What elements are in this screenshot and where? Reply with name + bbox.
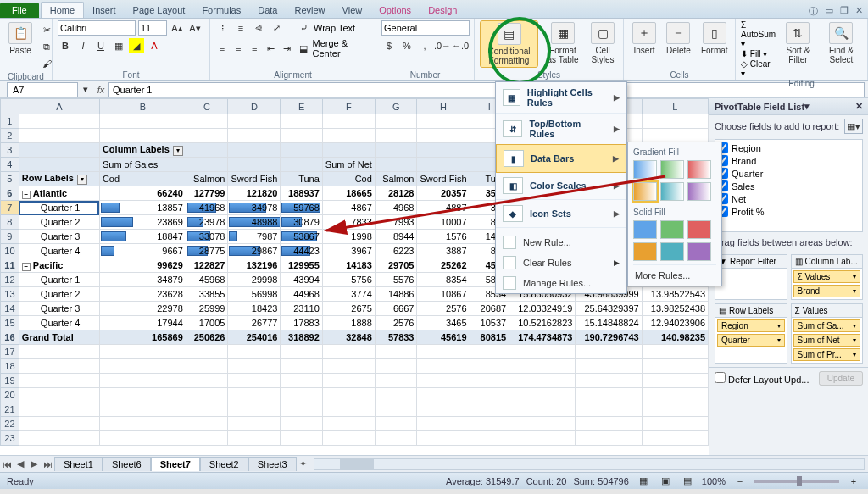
cell[interactable] <box>375 417 417 431</box>
cell[interactable]: Quarter 2 <box>19 287 99 302</box>
format-cells-button[interactable]: ▯Format <box>698 20 732 57</box>
cell[interactable] <box>19 374 99 388</box>
fill-button[interactable]: ⬇ Fill ▾ <box>741 49 776 58</box>
cell[interactable]: 7833 <box>322 215 375 230</box>
cell[interactable] <box>281 417 322 431</box>
cell[interactable] <box>228 129 281 143</box>
row-header[interactable]: 6 <box>1 186 19 201</box>
sort-filter-button[interactable]: ⇅Sort & Filter <box>779 20 817 66</box>
cell[interactable] <box>417 417 470 431</box>
paste-button[interactable]: 📋 Paste <box>5 20 36 57</box>
row-header[interactable]: 4 <box>1 158 19 172</box>
cell[interactable]: Row Labels▾ <box>19 172 99 186</box>
cell[interactable]: 32848 <box>322 330 375 345</box>
cell[interactable] <box>186 388 228 402</box>
cell[interactable]: 23628 <box>99 287 186 302</box>
cell[interactable] <box>99 374 186 388</box>
cell[interactable]: 122827 <box>186 258 228 273</box>
align-bottom-icon[interactable]: ⫷ <box>251 20 266 36</box>
cell[interactable]: 44968 <box>281 287 322 302</box>
cell[interactable] <box>99 431 186 446</box>
cell[interactable] <box>375 129 417 143</box>
cell[interactable] <box>19 158 99 172</box>
close-icon[interactable]: ✕ <box>855 5 863 18</box>
cell[interactable]: 34978 <box>228 201 281 215</box>
tab-options[interactable]: Options <box>370 3 420 18</box>
cell[interactable] <box>19 431 99 446</box>
cell[interactable]: 7993 <box>375 215 417 230</box>
cell[interactable] <box>417 402 470 417</box>
cell[interactable] <box>322 143 375 158</box>
cell[interactable] <box>470 402 509 417</box>
italic-icon[interactable]: I <box>75 38 91 53</box>
cell[interactable] <box>322 431 375 446</box>
row-header[interactable]: 10 <box>1 244 19 258</box>
defer-layout-checkbox[interactable]: Defer Layout Upd... <box>715 372 809 385</box>
cell[interactable] <box>642 388 708 402</box>
dropdown-icon[interactable]: ▾ <box>173 146 183 156</box>
cell[interactable] <box>375 374 417 388</box>
cell[interactable] <box>642 374 708 388</box>
restore-icon[interactable]: ❐ <box>840 5 849 18</box>
cf-highlight-cells-rules[interactable]: ▦Highlight Cells Rules▶ <box>496 82 626 114</box>
view-break-icon[interactable]: ▤ <box>680 474 695 489</box>
cell[interactable]: 1998 <box>322 230 375 244</box>
cell[interactable]: Sum of Net <box>322 158 375 172</box>
cell[interactable] <box>186 114 228 129</box>
cell[interactable] <box>509 402 576 417</box>
cell[interactable]: 12.94023906 <box>642 316 708 330</box>
cell[interactable]: 7987 <box>228 230 281 244</box>
db-swatch-blue-solid[interactable] <box>633 220 657 239</box>
column-header[interactable]: E <box>281 99 322 114</box>
update-button[interactable]: Update <box>819 371 863 386</box>
cell[interactable] <box>228 359 281 374</box>
cell[interactable]: Quarter 1 <box>19 273 99 287</box>
underline-icon[interactable]: U <box>93 38 108 53</box>
cell[interactable]: 1576 <box>417 230 470 244</box>
cell-styles-button[interactable]: ▢ Cell Styles <box>587 20 618 66</box>
cell[interactable] <box>228 143 281 158</box>
row-header[interactable]: 17 <box>1 345 19 359</box>
file-tab[interactable]: File <box>0 3 39 18</box>
cell[interactable]: 3887 <box>417 244 470 258</box>
row-header[interactable]: 20 <box>1 388 19 402</box>
cell[interactable]: 25262 <box>417 258 470 273</box>
cell[interactable]: 56998 <box>228 287 281 302</box>
row-header[interactable]: 2 <box>1 129 19 143</box>
cell[interactable] <box>281 129 322 143</box>
cell[interactable]: 44423 <box>281 244 322 258</box>
cell[interactable]: Quarter 2 <box>19 215 99 230</box>
sheet-nav-prev-icon[interactable]: ◀ <box>14 458 27 469</box>
cell[interactable]: 29998 <box>228 273 281 287</box>
cell[interactable] <box>576 402 642 417</box>
field-checkbox[interactable]: Net <box>717 192 860 205</box>
cell[interactable]: 9667 <box>99 244 186 258</box>
fill-color-icon[interactable]: ◢ <box>129 38 144 53</box>
db-swatch-orange-solid[interactable] <box>633 242 657 261</box>
row-header[interactable]: 14 <box>1 302 19 316</box>
field-checkbox[interactable]: Sales <box>717 180 860 192</box>
cell[interactable] <box>99 417 186 431</box>
sheet-tab[interactable]: Sheet3 <box>248 457 297 471</box>
sheet-nav-next-icon[interactable]: ▶ <box>27 458 41 469</box>
cell[interactable]: 10.52162823 <box>509 316 576 330</box>
cell[interactable] <box>281 388 322 402</box>
cell[interactable] <box>322 417 375 431</box>
tab-formulas[interactable]: Formulas <box>193 3 249 18</box>
db-swatch-cyan-gradient[interactable] <box>660 182 684 201</box>
cf-new-rule[interactable]: New Rule... <box>496 232 626 253</box>
cell[interactable] <box>281 143 322 158</box>
cell[interactable] <box>470 417 509 431</box>
conditional-formatting-button[interactable]: ▤ Conditional Formatting <box>480 20 538 68</box>
cell[interactable]: 20357 <box>417 186 470 201</box>
cell[interactable]: 17883 <box>281 316 322 330</box>
cell[interactable]: 129955 <box>281 258 322 273</box>
border-icon[interactable]: ▦ <box>111 38 126 53</box>
collapse-icon[interactable]: − <box>22 191 31 199</box>
cell[interactable] <box>375 114 417 129</box>
cell[interactable]: 318892 <box>281 330 322 345</box>
row-header[interactable]: 22 <box>1 417 19 431</box>
cell[interactable]: 48988 <box>228 215 281 230</box>
cell[interactable]: 26777 <box>228 316 281 330</box>
cell[interactable] <box>509 388 576 402</box>
